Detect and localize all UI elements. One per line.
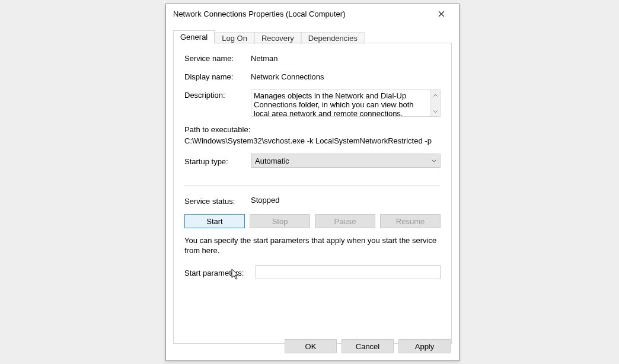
value-description: Manages objects in the Network and Dial-… xyxy=(251,90,430,116)
ok-button[interactable]: OK xyxy=(285,339,337,353)
value-service-status: Stopped xyxy=(251,196,279,206)
label-service-name: Service name: xyxy=(184,53,251,63)
value-display-name: Network Connections xyxy=(251,71,441,81)
window-title: Network Connections Properties (Local Co… xyxy=(173,9,428,18)
properties-dialog: Network Connections Properties (Local Co… xyxy=(165,4,460,361)
description-scrollbar[interactable] xyxy=(430,90,440,116)
tabs-area: General Log On Recovery Dependencies Ser… xyxy=(166,23,459,344)
stop-button: Stop xyxy=(250,214,310,228)
divider xyxy=(184,186,441,186)
tab-panel-general: Service name: Netman Display name: Netwo… xyxy=(173,43,452,344)
cancel-button[interactable]: Cancel xyxy=(342,339,394,353)
label-display-name: Display name: xyxy=(184,71,251,81)
chevron-down-icon xyxy=(432,158,436,164)
tab-log-on[interactable]: Log On xyxy=(215,32,254,44)
label-startup-type: Startup type: xyxy=(184,156,251,166)
apply-button[interactable]: Apply xyxy=(398,339,451,353)
start-params-input[interactable] xyxy=(256,265,441,279)
value-service-name: Netman xyxy=(251,53,441,63)
startup-type-value: Automatic xyxy=(255,157,289,165)
label-service-status: Service status: xyxy=(184,196,251,206)
value-path: C:\Windows\System32\svchost.exe -k Local… xyxy=(184,136,441,145)
start-button[interactable]: Start xyxy=(184,214,245,228)
dialog-buttons: OK Cancel Apply xyxy=(285,339,451,353)
label-description: Description: xyxy=(184,90,251,100)
scroll-up-icon[interactable] xyxy=(430,90,440,100)
titlebar: Network Connections Properties (Local Co… xyxy=(166,4,459,23)
tab-strip: General Log On Recovery Dependencies xyxy=(173,29,452,43)
start-params-hint: You can specify the start parameters tha… xyxy=(184,235,441,256)
scroll-down-icon[interactable] xyxy=(430,106,440,116)
label-start-params: Start parameters: xyxy=(184,267,256,277)
description-box: Manages objects in the Network and Dial-… xyxy=(251,90,441,117)
resume-button: Resume xyxy=(380,214,441,228)
tab-dependencies[interactable]: Dependencies xyxy=(301,32,365,44)
label-path: Path to executable: xyxy=(184,125,441,134)
tab-general[interactable]: General xyxy=(173,30,215,43)
pause-button: Pause xyxy=(315,214,375,228)
close-icon[interactable] xyxy=(428,5,454,22)
startup-type-select[interactable]: Automatic xyxy=(251,154,441,168)
tab-recovery[interactable]: Recovery xyxy=(254,32,301,44)
